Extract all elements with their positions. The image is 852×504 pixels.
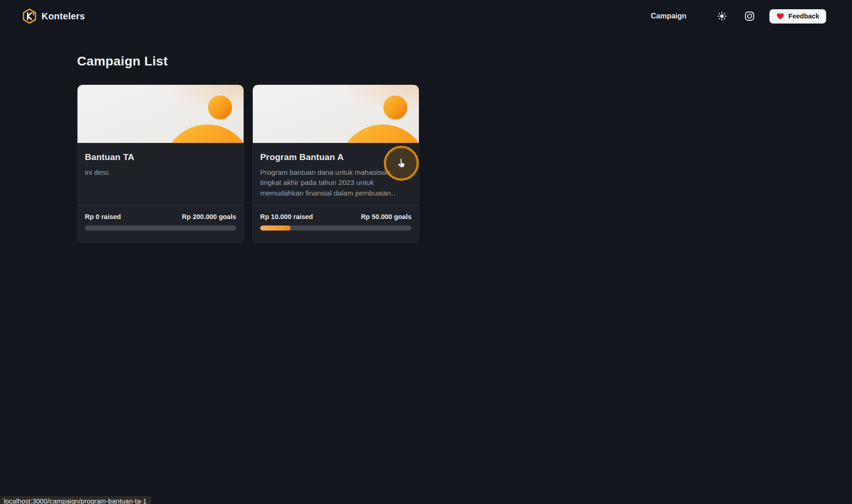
progress-bar [260,225,411,231]
instagram-icon [744,11,755,22]
raised-amount: Rp 0 raised [85,213,121,220]
status-bar-link-preview: localhost:3000/campaign/program-bantuan-… [0,496,151,504]
campaign-thumbnail [77,85,244,143]
theme-toggle-button[interactable] [714,8,730,24]
card-content: Program Bantuan A Program bantuan dana u… [253,143,419,205]
raised-amount: Rp 10.000 raised [260,213,313,220]
navbar-right: Campaign [651,8,826,24]
artwork-big-circle [339,125,419,143]
goal-amount: Rp 50.000 goals [361,213,411,220]
campaign-card[interactable]: Program Bantuan A Program bantuan dana u… [252,84,419,243]
artwork-small-circle [383,95,407,119]
goal-amount: Rp 200.000 goals [182,213,236,220]
artwork-small-circle [208,95,232,119]
sun-icon [717,11,727,21]
campaign-description: Program bantuan dana untuk mahasiswa tin… [260,167,411,198]
main-content: Campaign List Bantuan TA ini desc Rp 0 r… [77,54,775,243]
campaign-thumbnail [253,85,419,143]
progress-bar [85,225,236,231]
campaign-title: Bantuan TA [85,152,236,162]
feedback-label: Feedback [788,12,819,20]
nav-link-campaign[interactable]: Campaign [651,12,686,20]
brand-name: Kontelers [42,11,85,22]
campaign-card[interactable]: Bantuan TA ini desc Rp 0 raised Rp 200.0… [77,84,244,243]
card-content: Bantuan TA ini desc [77,143,244,205]
progress-fill [260,225,291,231]
campaign-description: ini desc [85,167,236,178]
card-footer: Rp 10.000 raised Rp 50.000 goals [253,205,419,243]
instagram-link-button[interactable] [742,8,757,24]
navbar: Kontelers Campaign [0,0,852,32]
card-footer: Rp 0 raised Rp 200.000 goals [77,205,244,243]
campaign-title: Program Bantuan A [260,152,411,162]
kontelers-logo-icon [22,8,37,24]
heart-icon [776,13,784,20]
campaign-list: Bantuan TA ini desc Rp 0 raised Rp 200.0… [77,84,775,243]
page-title: Campaign List [77,54,775,69]
brand[interactable]: Kontelers [22,8,85,24]
artwork-big-circle [163,125,244,143]
feedback-button[interactable]: Feedback [769,9,826,24]
